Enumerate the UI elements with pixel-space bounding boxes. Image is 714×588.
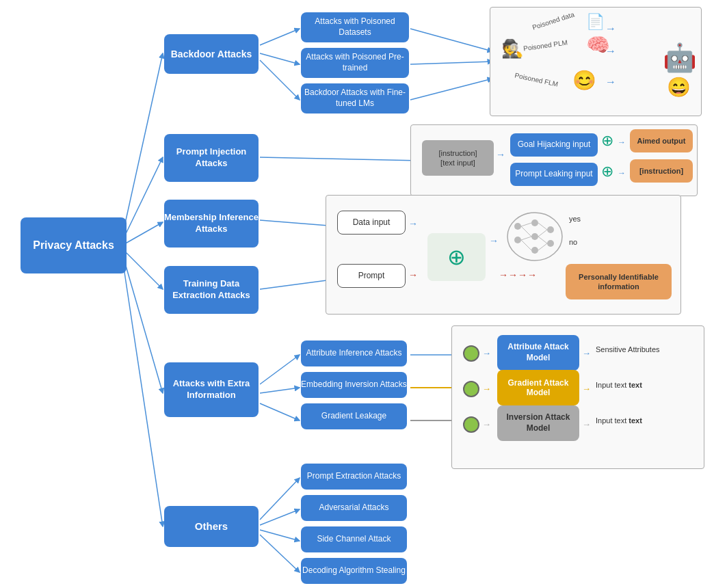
- others-node: Others: [164, 506, 259, 547]
- panel-arrow-attr: →: [482, 348, 491, 358]
- prompt-extraction-node: Prompt Extraction Attacks: [301, 464, 407, 490]
- aimed-output-node: Aimed output: [630, 129, 693, 152]
- attr-attack-model-node: Attribute Attack Model: [497, 335, 579, 371]
- instruction-output-node: [instruction]: [630, 159, 693, 183]
- embedding-inversion-node: Embedding Inversion Attacks: [301, 372, 407, 398]
- backdoor-attacks-node: Backdoor Attacks: [164, 34, 259, 74]
- yes-label: yes: [569, 215, 581, 223]
- svg-point-42: [514, 237, 521, 243]
- small-happy-emoji: 😄: [667, 76, 691, 98]
- document-icon: 📄: [586, 13, 605, 31]
- instr-arrow: →: [496, 149, 505, 160]
- membership-inference-node: Membership Inference Attacks: [164, 200, 259, 248]
- model-arrow-grad: →: [582, 419, 591, 429]
- prompt-node-inner: Prompt: [337, 264, 406, 288]
- svg-point-46: [547, 226, 554, 233]
- backdoor-diagram-panel: Poisoned data 📄 🕵️ Poisoned PLM 🧠 Poison…: [490, 7, 702, 116]
- red-arrow-pii: →→→→: [499, 269, 537, 280]
- svg-line-53: [538, 230, 547, 237]
- gradient-leakage-node: Gradient Leakage: [301, 403, 407, 429]
- robot-emoji: 🤖: [663, 42, 697, 74]
- svg-line-8: [260, 60, 300, 100]
- svg-line-55: [538, 243, 547, 250]
- pii-node: Personally Identifiable information: [566, 264, 672, 299]
- svg-line-23: [260, 388, 300, 393]
- no-label: no: [569, 238, 577, 246]
- svg-line-34: [260, 478, 300, 520]
- model-arrow-embed: →: [582, 384, 591, 394]
- svg-line-35: [260, 509, 300, 525]
- poisoned-data-label: Poisoned data: [531, 10, 575, 31]
- svg-line-22: [260, 355, 300, 384]
- traffic-light-1: [463, 345, 479, 362]
- instruction-input-node: [instruction][text input]: [422, 140, 494, 176]
- gradient-attack-model-node: Gradient Attack Model: [497, 370, 579, 405]
- prompt-injection-node: Prompt Injection Attacks: [164, 134, 259, 182]
- svg-line-11: [410, 79, 492, 100]
- input-text-inversion-label: Input text text: [596, 416, 642, 425]
- svg-point-41: [514, 223, 521, 230]
- membership-training-panel: Data input Prompt → → ⊕ →: [326, 195, 681, 315]
- happy-emoji: 😊: [572, 69, 596, 92]
- adversarial-attacks-node: Adversarial Attacks: [301, 495, 407, 521]
- data-input-node: Data input: [337, 211, 406, 235]
- panel-arrow3: →: [605, 76, 616, 88]
- svg-line-50: [521, 237, 531, 240]
- svg-line-5: [123, 263, 163, 526]
- svg-line-7: [260, 53, 300, 64]
- diagram: Privacy Attacks Backdoor Attacks Prompt …: [0, 0, 714, 588]
- prompt-arrow-red: →: [408, 269, 418, 280]
- traffic-light-2: [463, 381, 479, 397]
- arrow-to-output2: →: [618, 168, 626, 178]
- svg-line-12: [260, 157, 421, 161]
- svg-line-24: [260, 403, 300, 420]
- svg-line-48: [521, 223, 531, 226]
- svg-point-44: [531, 233, 538, 240]
- svg-line-36: [260, 530, 300, 541]
- chatgpt-icon1: ⊕: [601, 132, 613, 150]
- panel-arrow1: →: [605, 23, 616, 35]
- side-channel-node: Side Channel Attack: [301, 526, 407, 552]
- chatgpt-logo-area: ⊕: [427, 233, 486, 281]
- svg-line-1: [123, 157, 163, 239]
- attacks-extra-info-node: Attacks with Extra Information: [164, 362, 259, 417]
- svg-line-6: [260, 29, 300, 45]
- inversion-attack-model-node: Inversion Attack Model: [497, 405, 579, 441]
- svg-point-47: [547, 240, 554, 247]
- poisoned-datasets-node: Attacks with Poisoned Datasets: [301, 12, 409, 42]
- prompt-injection-panel: [instruction][text input] → Goal Hijacki…: [410, 124, 698, 196]
- hacker-emoji: 🕵️: [501, 38, 523, 59]
- poisoned-flm-label: Poisoned FLM: [514, 71, 559, 88]
- poisoned-pretrained-node: Attacks with Poisoned Pre-trained: [301, 48, 409, 78]
- attribute-inference-node: Attribute Inference Attacks: [301, 340, 407, 366]
- privacy-attacks-node: Privacy Attacks: [21, 217, 127, 273]
- svg-line-3: [123, 250, 163, 289]
- panel-arrow2: →: [605, 45, 616, 57]
- panel-arrow-grad: →: [482, 419, 491, 429]
- model-arrow-attr: →: [582, 348, 591, 358]
- svg-line-9: [410, 29, 492, 51]
- svg-line-0: [123, 53, 163, 232]
- sensitive-attributes-label: Sensitive Attributes: [596, 345, 660, 353]
- neural-net-svg: [504, 209, 566, 264]
- svg-line-2: [123, 222, 163, 245]
- data-arrow: →: [408, 218, 418, 229]
- svg-line-49: [521, 226, 531, 237]
- chatgpt-icon2: ⊕: [601, 163, 613, 181]
- prompt-leaking-node: Prompt Leaking input: [510, 163, 598, 186]
- svg-line-51: [521, 240, 531, 250]
- svg-line-52: [538, 223, 547, 230]
- svg-point-43: [531, 219, 538, 226]
- svg-point-45: [531, 247, 538, 254]
- training-data-extraction-node: Training Data Extraction Attacks: [164, 266, 259, 314]
- panel-arrow-embed: →: [482, 384, 491, 394]
- svg-line-54: [538, 237, 547, 243]
- goal-hijacking-node: Goal Hijacking input: [510, 133, 598, 157]
- arrow-to-output1: →: [618, 137, 626, 147]
- decoding-stealing-node: Decoding Algorithm Stealing: [301, 558, 407, 584]
- svg-line-37: [260, 535, 300, 572]
- poisoned-plm-label: Poisoned PLM: [523, 39, 568, 53]
- svg-line-4: [123, 256, 163, 393]
- extra-info-panel: → → → Attribute Attack Model Gradient At…: [451, 325, 704, 469]
- backdoor-finetuned-node: Backdoor Attacks with Fine-tuned LMs: [301, 83, 409, 113]
